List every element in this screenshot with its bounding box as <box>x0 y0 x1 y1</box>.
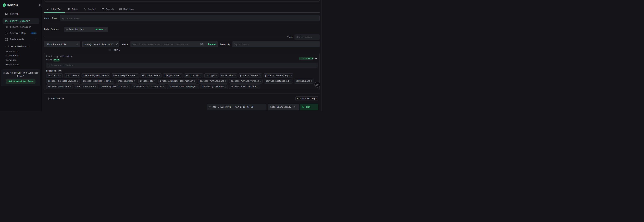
svg-text:3: 3 <box>86 8 86 10</box>
